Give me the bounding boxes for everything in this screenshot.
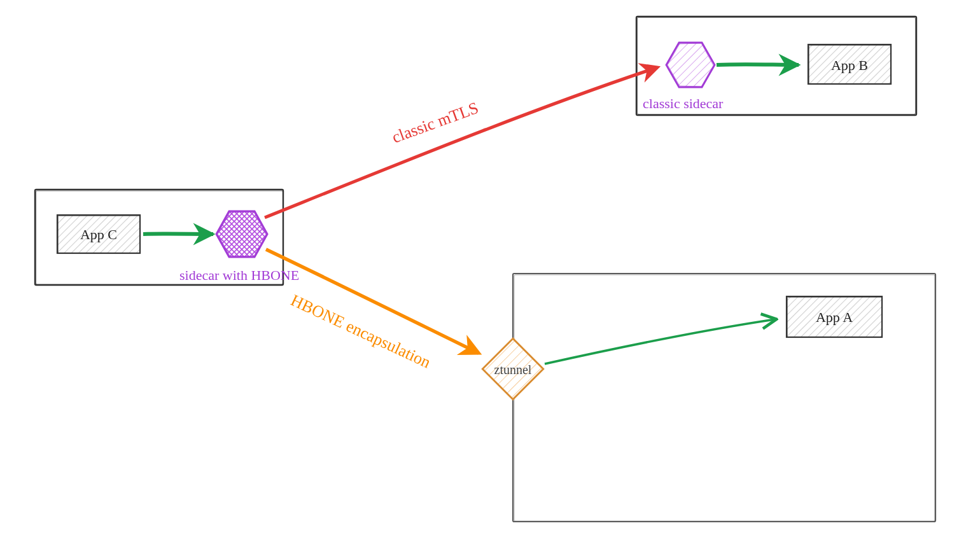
app-a-label: App A xyxy=(816,309,853,325)
svg-marker-11 xyxy=(216,211,267,257)
classic-sidecar-label: classic sidecar xyxy=(643,95,724,111)
container-app-b: classic sidecar App B xyxy=(636,17,916,115)
container-app-c: App C sidecar with HBONE xyxy=(35,190,299,285)
app-b-box: App B xyxy=(808,45,891,84)
arrow-ztunnel-to-appa xyxy=(545,319,775,364)
app-a-box: App A xyxy=(787,296,882,337)
hbone-encap-label: HBONE encapsulation xyxy=(288,291,433,372)
sidecar-hbone-hexagon xyxy=(216,211,267,257)
arrow-classic-sidecar-to-appb xyxy=(717,64,799,65)
sidecar-hbone-label: sidecar with HBONE xyxy=(179,267,299,283)
classic-sidecar-hexagon xyxy=(666,43,715,87)
app-c-box: App C xyxy=(57,215,140,253)
ztunnel-label: ztunnel xyxy=(494,363,532,377)
app-c-label: App C xyxy=(80,226,117,242)
app-b-label: App B xyxy=(831,57,868,73)
architecture-diagram: App C sidecar with HBONE classic sidecar… xyxy=(0,0,980,542)
svg-marker-15 xyxy=(666,43,715,87)
arrow-classic-mtls xyxy=(265,67,657,218)
container-app-a: ztunnel App A xyxy=(482,274,935,522)
classic-mtls-label: classic mTLS xyxy=(389,99,481,147)
